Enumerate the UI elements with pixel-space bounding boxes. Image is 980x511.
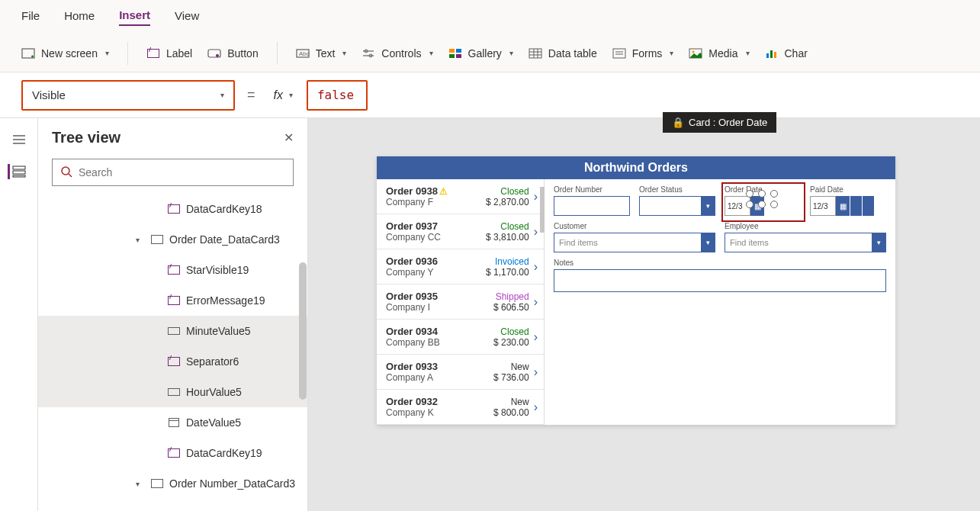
tree-panel: Tree view ✕ DataCardKey18▾Order Date_Dat… (38, 118, 308, 511)
svg-rect-29 (13, 166, 25, 169)
tree-item-label: StarVisible19 (186, 264, 249, 276)
tree-item[interactable]: ▾Order Date_DataCard3 (38, 224, 307, 255)
order-number-input[interactable] (554, 196, 630, 216)
property-selector[interactable]: Visible ▾ (21, 80, 235, 111)
app-preview: Northwind Orders Order 0938⚠Company FClo… (377, 156, 895, 425)
tree-item[interactable]: ▾Order Number_DataCard3 (38, 468, 307, 499)
chevron-down-icon: ▾ (670, 49, 673, 57)
order-amount: $ 230.00 (493, 337, 529, 348)
menu-file[interactable]: File (21, 9, 40, 25)
menu-home[interactable]: Home (64, 9, 95, 25)
tree-item[interactable]: DataCardKey19 (38, 438, 307, 468)
order-company: Company Y (386, 267, 486, 278)
spinner[interactable] (862, 196, 874, 216)
order-item[interactable]: Order 0937Company CCClosed$ 3,810.00› (377, 214, 544, 249)
forms-icon (612, 47, 626, 60)
order-status: Closed (493, 326, 529, 337)
new-screen-label: New screen (41, 47, 98, 59)
text-icon (168, 265, 180, 275)
close-icon[interactable]: ✕ (284, 130, 294, 145)
equals-sign: = (243, 87, 260, 103)
property-value: Visible (32, 88, 66, 101)
new-screen-button[interactable]: New screen ▾ (21, 47, 109, 60)
tree-view-icon[interactable] (8, 164, 26, 179)
expand-icon[interactable]: ▾ (136, 236, 145, 244)
data-table-button[interactable]: Data table (529, 47, 597, 60)
warning-icon: ⚠ (439, 186, 448, 197)
tree-search[interactable] (52, 159, 294, 186)
controls-button[interactable]: Controls ▾ (361, 47, 432, 60)
tree-item[interactable]: Separator6 (38, 346, 307, 377)
chart-button[interactable]: Char (765, 47, 808, 60)
tree-item[interactable]: DataCardKey18 (38, 194, 307, 224)
text-icon (168, 448, 180, 458)
order-number-field: Order Number (554, 185, 630, 216)
order-item[interactable]: Order 0932Company KNew$ 800.00› (377, 390, 544, 425)
text-button[interactable]: Abc Text ▾ (296, 47, 347, 60)
order-amount: $ 1,170.00 (486, 267, 529, 278)
canvas[interactable]: 🔒 Card : Order Date Northwind Orders Ord… (308, 118, 980, 511)
tree-item[interactable]: StarVisible19 (38, 255, 307, 285)
tree-item-label: ErrorMessage19 (186, 294, 265, 307)
spinner[interactable] (850, 196, 862, 216)
chevron-down-icon: ▾ (289, 91, 293, 99)
tree-item[interactable]: ErrorMessage19 (38, 285, 307, 316)
gallery-button[interactable]: Gallery ▾ (448, 47, 513, 60)
order-status: Shipped (493, 291, 529, 302)
order-status-dropdown[interactable]: ▾ (639, 196, 715, 216)
order-status: New (493, 362, 529, 372)
order-item[interactable]: Order 0936Company YInvoiced$ 1,170.00› (377, 249, 544, 284)
gallery-label: Gallery (468, 47, 502, 59)
menu-insert[interactable]: Insert (119, 8, 150, 26)
tree-item-label: Order Date_DataCard3 (169, 233, 280, 246)
gallery-icon (448, 47, 462, 60)
customer-dropdown[interactable]: Find items▾ (554, 233, 715, 252)
scrollbar-thumb[interactable] (299, 262, 307, 400)
svg-rect-31 (13, 175, 25, 177)
formula-input[interactable]: false (307, 80, 368, 111)
tree-item[interactable]: DateValue5 (38, 407, 307, 438)
notes-input[interactable] (554, 269, 886, 292)
paid-date-picker[interactable]: 12/3 ▦ (810, 196, 886, 216)
media-button[interactable]: Media ▾ (689, 47, 749, 60)
data-table-label: Data table (548, 47, 597, 59)
button-button[interactable]: Button (207, 47, 258, 60)
svg-rect-9 (449, 49, 455, 53)
date-icon (168, 417, 180, 428)
label-icon (168, 326, 180, 336)
formula-bar: Visible ▾ = fx ▾ false (0, 72, 980, 118)
screen-icon (21, 47, 35, 60)
button-icon (207, 47, 221, 60)
fx-label: fx (274, 88, 283, 102)
menu-bar: File Home Insert View (0, 0, 980, 34)
order-company: Company BB (386, 337, 493, 348)
order-item[interactable]: Order 0933Company ANew$ 736.00› (377, 355, 544, 390)
chevron-down-icon: ▾ (746, 49, 750, 57)
selection-handles[interactable] (746, 190, 792, 213)
forms-button[interactable]: Forms ▾ (612, 47, 674, 60)
order-item[interactable]: Order 0934Company BBClosed$ 230.00› (377, 320, 544, 355)
hamburger-icon[interactable] (10, 132, 28, 147)
svg-rect-10 (456, 49, 461, 53)
fx-button[interactable]: fx ▾ (268, 80, 299, 111)
order-item[interactable]: Order 0938⚠Company FClosed$ 2,870.00› (377, 179, 544, 214)
order-id: Order 0933 (386, 361, 493, 372)
label-button[interactable]: Label (146, 47, 192, 60)
field-label: Customer (554, 222, 715, 230)
card-icon (151, 234, 163, 245)
order-list[interactable]: Order 0938⚠Company FClosed$ 2,870.00›Ord… (377, 179, 545, 425)
field-label: Order Number (554, 185, 630, 194)
tree-item[interactable]: MinuteValue5 (38, 316, 307, 346)
tree-item[interactable]: HourValue5 (38, 377, 307, 407)
svg-rect-23 (766, 53, 769, 58)
expand-icon[interactable]: ▾ (136, 480, 145, 488)
tree-body[interactable]: DataCardKey18▾Order Date_DataCard3StarVi… (38, 194, 307, 503)
tree-search-input[interactable] (79, 166, 285, 178)
date-value: 12/3 (810, 196, 836, 216)
label-label: Label (166, 47, 192, 59)
order-item[interactable]: Order 0935Company IShipped$ 606.50› (377, 284, 544, 320)
menu-view[interactable]: View (175, 9, 199, 25)
field-label: Employee (725, 222, 886, 230)
svg-line-33 (69, 174, 72, 177)
employee-dropdown[interactable]: Find items▾ (725, 233, 886, 252)
